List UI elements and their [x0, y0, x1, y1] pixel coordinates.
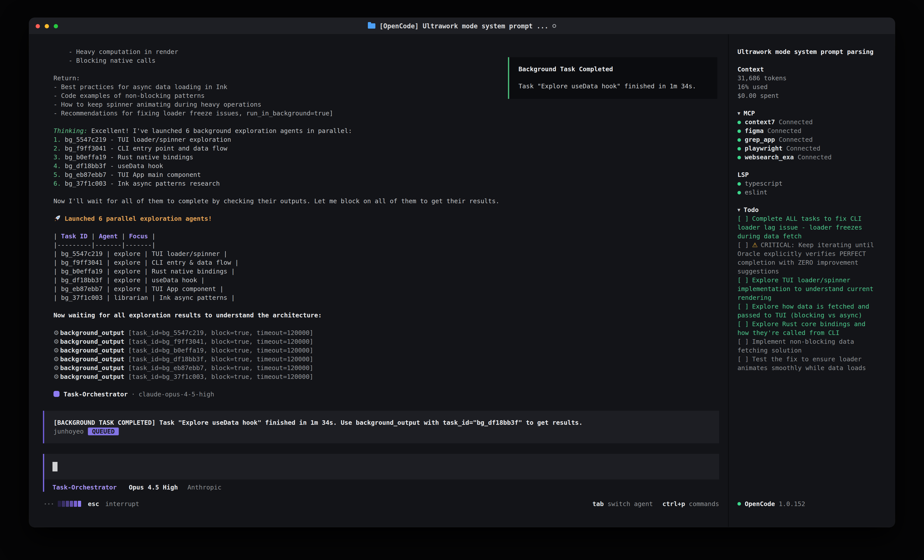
- table-separator-row: |---------|-------|-------|: [43, 241, 719, 249]
- mcp-heading: ▼MCP: [738, 109, 890, 118]
- tab-key-label: switch agent: [608, 500, 653, 508]
- tool-call-line: ⚙background_output[task_id=bg_b0effa19, …: [43, 346, 719, 355]
- status-dot-icon: [738, 138, 741, 142]
- waiting-heading: Now waiting for all exploration results …: [43, 311, 719, 320]
- mcp-item: playwrightConnected: [738, 144, 890, 153]
- mcp-item: websearch_exaConnected: [738, 153, 890, 162]
- spinner-dot-icon: [48, 503, 50, 505]
- table-header-row: | Task ID | Agent | Focus |: [43, 232, 719, 241]
- terminal-main-area[interactable]: - Heavy computation in render - Blocking…: [29, 34, 728, 527]
- window-title-group: [OpenCode] Ultrawork mode system prompt …: [368, 22, 556, 30]
- notification-title: Background Task Completed: [519, 65, 717, 73]
- agent-list-item: 1.bg_5547c219 - TUI loader/spinner explo…: [43, 135, 719, 144]
- context-spent: $0.00 spent: [738, 91, 890, 100]
- todo-item: [ ]Explore TUI loader/spinner implementa…: [738, 276, 880, 302]
- terminal-line: - Heavy computation in render: [43, 48, 719, 56]
- status-dot-icon: [738, 156, 741, 159]
- table-row: | bg_eb87ebb7 | explore | TUI App compon…: [43, 284, 719, 293]
- agent-list-item: 4.bg_df18bb3f - useData hook: [43, 162, 719, 170]
- traffic-lights: [36, 18, 58, 34]
- tool-call-line: ⚙background_output[task_id=bg_5547c219, …: [43, 328, 719, 337]
- notification-body: Task "Explore useData hook" finished in …: [519, 82, 717, 91]
- orchestrator-model: claude-opus-4-5-high: [139, 391, 214, 398]
- background-task-message: [BACKGROUND TASK COMPLETED] Task "Explor…: [43, 411, 719, 443]
- collapse-triangle-icon: ▼: [738, 111, 740, 116]
- app-version: 1.0.152: [778, 500, 805, 508]
- gear-icon: ⚙: [54, 338, 59, 345]
- app-name: OpenCode: [745, 500, 775, 508]
- active-model-name: Opus 4.5 High: [129, 483, 178, 492]
- todo-item: [ ]Test the fix to ensure loader animate…: [738, 355, 880, 372]
- status-dot-icon: [738, 191, 741, 195]
- queued-badge: QUEUED: [88, 428, 118, 435]
- agent-list-item: 6.bg_37f1c003 - Ink async patterns resea…: [43, 179, 719, 188]
- collapse-triangle-icon: ▼: [738, 207, 740, 213]
- orchestrator-icon: [54, 391, 60, 397]
- context-heading: Context: [738, 65, 890, 74]
- lsp-item: eslint: [738, 188, 890, 197]
- context-tokens: 31,686 tokens: [738, 74, 890, 82]
- table-row: | bg_37f1c003 | librarian | Ink async pa…: [43, 293, 719, 302]
- titlebar: [OpenCode] Ultrawork mode system prompt …: [29, 18, 895, 34]
- gear-icon: ⚙: [54, 364, 59, 371]
- model-provider: Anthropic: [188, 483, 222, 492]
- thinking-label: Thinking:: [54, 127, 87, 135]
- tool-call-line: ⚙background_output[task_id=bg_eb87ebb7, …: [43, 364, 719, 372]
- gear-icon: ⚙: [54, 355, 59, 363]
- terminal-line: - How to keep spinner animating during h…: [43, 100, 719, 109]
- todo-item: [ ]Explore Rust core bindings and how th…: [738, 320, 880, 337]
- status-bar: esc interrupt tab switch agent ctrl+p co…: [45, 499, 719, 508]
- terminal-line: - Recommendations for fixing loader free…: [43, 109, 719, 118]
- thinking-text: Excellent! I've launched 6 background ex…: [91, 127, 352, 135]
- tab-key-hint: tab: [592, 500, 604, 508]
- lsp-item: typescript: [738, 179, 890, 188]
- esc-key-label: interrupt: [105, 500, 139, 508]
- launch-banner-text: Launched 6 parallel exploration agents!: [64, 215, 212, 222]
- ctrlp-key-label: commands: [689, 500, 719, 508]
- tool-call-line: ⚙background_output[task_id=bg_f9ff3041, …: [43, 337, 719, 346]
- context-used: 16% used: [738, 82, 890, 91]
- todo-item: [ ]⚠CRITICAL: Keep iterating until Oracl…: [738, 241, 880, 276]
- zoom-button[interactable]: [54, 24, 58, 28]
- folder-icon: [368, 23, 375, 28]
- ctrlp-key-hint: ctrl+p: [662, 500, 685, 508]
- minimize-button[interactable]: [45, 24, 49, 28]
- lsp-heading: LSP: [738, 170, 890, 179]
- todo-heading: ▼Todo: [738, 205, 890, 214]
- spinner-dot-icon: [52, 503, 53, 505]
- launch-banner: Launched 6 parallel exploration agents!: [43, 214, 719, 223]
- progress-gradient-icon: [58, 501, 81, 507]
- prompt-input-container: Task-Orchestrator Opus 4.5 High Anthropi…: [43, 454, 719, 492]
- status-dot-icon: [738, 129, 741, 133]
- wait-text: Now I'll wait for all of them to complet…: [43, 197, 719, 205]
- sidebar: Ultrawork mode system prompt parsing Con…: [729, 34, 895, 527]
- todo-item: [ ]Complete ALL tasks to fix CLI loader …: [738, 214, 880, 241]
- agent-list-item: 3.bg_b0effa19 - Rust native bindings: [43, 153, 719, 162]
- table-row: | bg_b0effa19 | explore | Rust native bi…: [43, 267, 719, 276]
- opencode-window: [OpenCode] Ultrawork mode system prompt …: [29, 18, 895, 527]
- todo-item: [ ]Explore how data is fetched and passe…: [738, 302, 880, 320]
- active-agent-name: Task-Orchestrator: [52, 483, 117, 492]
- table-row: | bg_df18bb3f | explore | useData hook |: [43, 276, 719, 284]
- gear-icon: ⚙: [54, 347, 59, 354]
- thinking-line: Thinking:Excellent! I've launched 6 back…: [43, 126, 719, 135]
- table-row: | bg_f9ff3041 | explore | CLI entry & da…: [43, 258, 719, 267]
- prompt-input[interactable]: [44, 454, 719, 479]
- orchestrator-line: Task-Orchestrator·claude-opus-4-5-high: [43, 390, 719, 399]
- esc-key-hint: esc: [88, 500, 99, 508]
- spinner-dot-icon: [45, 503, 46, 505]
- status-dot-icon: [738, 502, 741, 506]
- mcp-item: context7Connected: [738, 118, 890, 126]
- background-task-message-text: [BACKGROUND TASK COMPLETED] Task "Explor…: [54, 418, 719, 427]
- agent-list-item: 5.bg_eb87ebb7 - TUI App main component: [43, 170, 719, 179]
- message-author: junhoyeo: [54, 427, 84, 436]
- mcp-item: figmaConnected: [738, 126, 890, 135]
- status-dot-icon: [738, 121, 741, 124]
- agent-list-item: 2.bg_f9ff3041 - CLI entry point and data…: [43, 144, 719, 153]
- gear-icon: ⚙: [54, 329, 59, 337]
- tool-call-line: ⚙background_output[task_id=bg_df18bb3f, …: [43, 355, 719, 364]
- close-button[interactable]: [36, 24, 40, 28]
- table-row: | bg_5547c219 | explore | TUI loader/spi…: [43, 249, 719, 258]
- notification-toast: Background Task Completed Task "Explore …: [508, 57, 717, 99]
- gear-icon: ⚙: [54, 373, 59, 380]
